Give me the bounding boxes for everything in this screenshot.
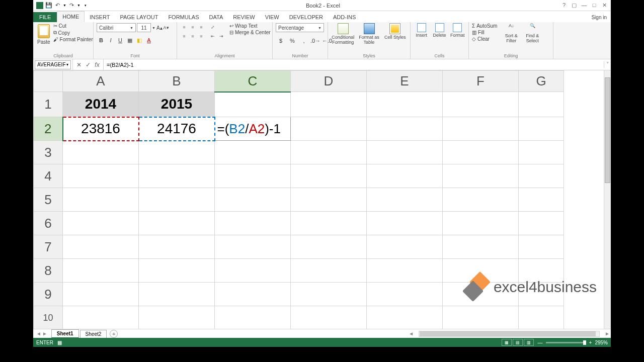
conditional-formatting-button[interactable]: Conditional Formatting [331,23,355,45]
page-break-view-icon[interactable]: ▥ [524,339,534,346]
clear-button[interactable]: ◇Clear [472,36,497,42]
cell-d9[interactable] [291,283,367,306]
col-header-c[interactable]: C [215,71,291,92]
bold-button[interactable]: B [97,36,106,45]
worksheet-grid[interactable]: A B C D E F G 1 2014 2015 2 23816 [33,70,611,329]
cell-a4[interactable] [63,164,139,188]
horizontal-scrollbar[interactable] [419,331,600,337]
wrap-text-button[interactable]: ↩Wrap Text [229,23,271,29]
macros-icon[interactable]: ▦ [57,340,62,345]
paste-button[interactable]: Paste [36,23,51,46]
cell-styles-button[interactable]: Cell Styles [383,23,407,40]
cell-e4[interactable] [367,164,443,188]
row-header-4[interactable]: 4 [34,164,63,188]
currency-icon[interactable]: $ [276,36,286,45]
hscroll-right-icon[interactable]: ► [604,331,611,336]
cell-d3[interactable] [291,141,367,164]
cell-c4[interactable] [215,164,291,188]
cell-a9[interactable] [63,283,139,306]
ribbon-toggle-icon[interactable]: ▢ [570,2,579,9]
cell-a10[interactable] [63,306,139,329]
align-middle-icon[interactable]: ≡ [189,23,197,31]
cell-g3[interactable] [519,141,564,164]
cell-f6[interactable] [443,212,519,235]
tab-page-layout[interactable]: PAGE LAYOUT [115,12,163,22]
orientation-icon[interactable]: ⤢ [209,23,217,31]
row-header-10[interactable]: 10 [34,306,63,329]
cell-d8[interactable] [291,259,367,283]
scroll-thumb[interactable] [605,77,610,183]
fill-button[interactable]: ▥Fill [472,30,497,35]
sheet-nav-next-icon[interactable]: ► [42,331,47,336]
tab-data[interactable]: DATA [204,12,228,22]
cell-b7[interactable] [139,235,215,259]
cell-g10[interactable] [519,306,564,329]
cell-e6[interactable] [367,212,443,235]
cell-c2[interactable]: =(B2/A2)-1 [215,117,291,141]
minimize-icon[interactable]: — [580,2,589,9]
tab-review[interactable]: REVIEW [228,12,260,22]
sheet-nav-prev-icon[interactable]: ◄ [36,331,41,336]
format-cells-button[interactable]: Format [449,23,465,38]
row-header-5[interactable]: 5 [34,188,63,212]
cell-e5[interactable] [367,188,443,212]
row-header-8[interactable]: 8 [34,259,63,283]
cell-d6[interactable] [291,212,367,235]
font-name-select[interactable]: Calibri▼ [97,23,136,32]
row-header-7[interactable]: 7 [34,235,63,259]
col-header-a[interactable]: A [63,71,139,92]
cell-b9[interactable] [139,283,215,306]
page-layout-view-icon[interactable]: ▤ [513,339,523,346]
formula-input[interactable]: =(B2/A2)-1 [104,62,604,68]
cell-g1[interactable] [519,92,564,117]
cell-g6[interactable] [519,212,564,235]
cell-c7[interactable] [215,235,291,259]
normal-view-icon[interactable]: ▦ [502,339,512,346]
cell-e8[interactable] [367,259,443,283]
ribbon-collapse-icon[interactable]: ˄ [606,340,609,346]
zoom-out-icon[interactable]: — [538,340,543,345]
fx-icon[interactable]: fx [93,61,101,68]
indent-increase-icon[interactable]: ⇥ [217,32,225,40]
cell-f4[interactable] [443,164,519,188]
cell-b2[interactable]: 24176 [139,117,215,141]
cell-d5[interactable] [291,188,367,212]
cell-d10[interactable] [291,306,367,329]
signin-link[interactable]: Sign in [587,13,611,22]
redo-button[interactable]: ↷ [68,2,75,9]
cell-d4[interactable] [291,164,367,188]
cell-b10[interactable] [139,306,215,329]
font-size-dropdown-icon[interactable]: ▼ [152,26,155,30]
increase-decimal-icon[interactable]: .0→ [310,36,320,45]
cell-c3[interactable] [215,141,291,164]
cell-f2[interactable] [443,117,519,141]
cell-e2[interactable] [367,117,443,141]
comma-icon[interactable]: , [299,36,309,45]
undo-dropdown-icon[interactable]: ▼ [63,4,66,7]
number-format-select[interactable]: Percentage ▼ [276,23,324,32]
cell-f7[interactable] [443,235,519,259]
col-header-g[interactable]: G [519,71,564,92]
cell-a5[interactable] [63,188,139,212]
cell-a1[interactable]: 2014 [63,92,139,117]
align-right-icon[interactable]: ≡ [197,32,205,40]
cell-f9[interactable] [443,283,519,306]
border-button[interactable]: ▦ [125,36,134,45]
select-all-corner[interactable] [34,71,63,92]
tab-insert[interactable]: INSERT [85,12,115,22]
font-size-select[interactable]: 11 [137,23,151,32]
cell-c10[interactable] [215,306,291,329]
cell-e10[interactable] [367,306,443,329]
cell-c5[interactable] [215,188,291,212]
insert-cells-button[interactable]: Insert [414,23,430,38]
increase-font-icon[interactable]: A▴ [156,25,163,31]
row-header-6[interactable]: 6 [34,212,63,235]
sheet-tab-1[interactable]: Sheet1 [51,329,79,338]
tab-view[interactable]: VIEW [260,12,284,22]
delete-cells-button[interactable]: Delete [432,23,448,38]
cell-b1[interactable]: 2015 [139,92,215,117]
cell-b5[interactable] [139,188,215,212]
add-sheet-button[interactable]: + [110,330,118,338]
cell-g8[interactable] [519,259,564,283]
underline-button[interactable]: U [116,36,125,45]
